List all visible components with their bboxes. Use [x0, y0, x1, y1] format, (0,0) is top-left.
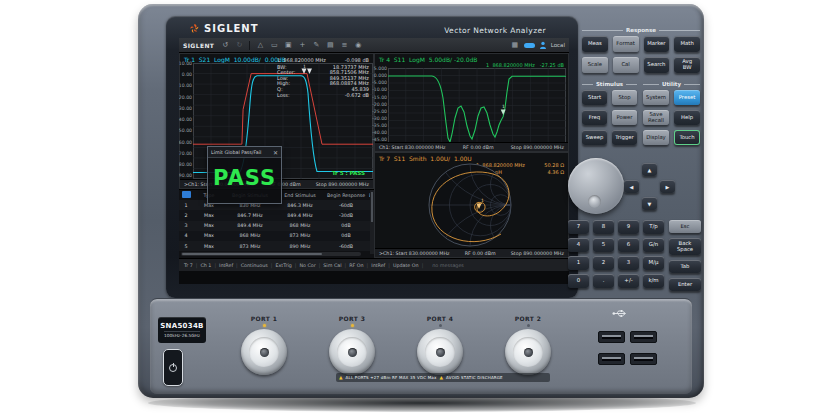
port-2-connector[interactable]	[505, 329, 551, 375]
table-sort-button[interactable]	[182, 191, 191, 198]
help-button[interactable]: Help	[674, 110, 700, 125]
format-button[interactable]: Format	[613, 36, 639, 52]
table-row[interactable]: 2 Max 846.7 MHz 849.4 MHz -30dB	[179, 210, 374, 220]
touch-status-icon	[539, 41, 547, 49]
usb-port-3[interactable]	[598, 353, 625, 365]
local-label[interactable]: Local	[551, 42, 565, 48]
bandwidth-readout-row: Loss: -0.672 dB	[277, 93, 369, 99]
menu-grid-icon[interactable]: ▦	[510, 41, 520, 50]
stimulus-keys: Start Stop Freq Power Sweep Trigger	[582, 90, 637, 145]
annotate-icon[interactable]: ✎	[311, 41, 321, 50]
numpad-key[interactable]: 7	[568, 220, 589, 234]
entry-keys: Esc Back Space Tab Enter	[669, 220, 701, 291]
esd-warning-icon: ▲	[440, 376, 444, 380]
trigger-button[interactable]: Trigger	[612, 130, 637, 145]
tab-key[interactable]: Tab	[669, 260, 701, 273]
table-row[interactable]: 4 Max 868 MHz 873 MHz 0dB	[179, 231, 374, 241]
y-axis-label: -70.00	[179, 152, 192, 157]
sweep-button[interactable]: Sweep	[582, 130, 607, 145]
port-1-connector[interactable]	[241, 329, 287, 375]
esc-key[interactable]: Esc	[669, 220, 701, 233]
close-icon[interactable]: ✕	[273, 149, 278, 156]
numpad-key[interactable]: 5	[593, 238, 614, 252]
numpad-key[interactable]: 8	[593, 220, 614, 234]
limit-pass-flag: Tr 5 : PASS	[332, 170, 365, 176]
y-axis-label: -15.00	[372, 96, 387, 101]
horizontal-scrollbar[interactable]	[181, 252, 361, 256]
table-row[interactable]: 3 Max 849.4 MHz 868 MHz 0dB	[179, 221, 374, 231]
smith-chart-panel[interactable]: Tr 7 S11 Smith 1.00U/ 1.00U 1 868.820000…	[374, 152, 569, 258]
power-button[interactable]: Power	[612, 110, 637, 125]
port-4-label: PORT 4	[427, 315, 454, 322]
port-4-connector[interactable]	[417, 329, 463, 375]
screenshot-icon[interactable]: ◉	[353, 41, 363, 50]
s11-graph-panel[interactable]: Tr 4 S11 LogM 5.00dB/ -20.0dB 1 868.8200…	[374, 53, 569, 152]
keypad-panel: Response Meas Format Marker Math Scale C…	[566, 24, 702, 316]
undo-icon[interactable]: ↺	[220, 41, 230, 50]
numpad-key[interactable]: 6	[618, 238, 639, 252]
avg-bw-button[interactable]: Avg BW	[674, 57, 700, 73]
preset-button[interactable]: Preset	[674, 90, 700, 105]
numpad-key[interactable]: 4	[568, 238, 589, 252]
redo-icon[interactable]: ↻	[234, 41, 244, 50]
status-item: Ch 1	[200, 263, 219, 268]
y-axis-label: -40.00	[179, 118, 192, 123]
s21-y-axis: 10.000.00-10.00-20.00-30.00-40.00-50.00-…	[180, 62, 192, 179]
arrow-right-key[interactable]: ▶	[660, 180, 675, 193]
save-icon[interactable]: ▤	[325, 41, 335, 50]
arrow-down-key[interactable]: ▼	[642, 197, 657, 210]
system-button[interactable]: System	[643, 90, 669, 105]
window-icon[interactable]: ▭	[269, 41, 279, 50]
numpad-key[interactable]: T/p	[643, 220, 664, 234]
rotary-knob[interactable]	[568, 158, 624, 214]
numpad-key[interactable]: 0	[568, 274, 589, 288]
display-icon[interactable]: ▣	[283, 41, 293, 50]
response-keys: Meas Format Marker Math Scale Cal Search…	[582, 36, 700, 73]
math-button[interactable]: Math	[674, 36, 700, 52]
smith-chart: 1	[405, 162, 535, 250]
touch-button[interactable]: Touch	[674, 130, 700, 145]
numpad-key[interactable]: k/m	[643, 274, 664, 288]
numpad-key[interactable]: .	[593, 274, 614, 288]
freq-button[interactable]: Freq	[582, 110, 607, 125]
meas-button[interactable]: Meas	[582, 36, 608, 52]
numpad-key[interactable]: 3	[618, 256, 639, 270]
numpad-key[interactable]: 9	[618, 220, 639, 234]
port-3-connector[interactable]	[329, 329, 375, 375]
usb-port-2[interactable]	[630, 331, 657, 343]
enter-key[interactable]: Enter	[669, 278, 701, 291]
display-button[interactable]: Display	[643, 130, 669, 145]
print-icon[interactable]: ≡	[339, 41, 349, 50]
limit-pass-dialog[interactable]: Limit Global Pass/Fail ✕ PASS	[207, 146, 282, 204]
status-item: Tr 7	[184, 263, 200, 268]
scale-button[interactable]: Scale	[582, 57, 608, 73]
arrow-up-key[interactable]: ▲	[642, 163, 657, 176]
y-axis-label: -80.00	[179, 163, 192, 168]
arrow-left-key[interactable]: ◀	[624, 180, 639, 193]
vna-device: SIGLENT Vector Network Analyzer SIGLENT …	[138, 4, 704, 398]
power-button[interactable]	[163, 349, 183, 386]
start-button[interactable]: Start	[582, 90, 607, 105]
pass-dialog-title: Limit Global Pass/Fail	[211, 150, 261, 155]
search-button[interactable]: Search	[644, 57, 670, 73]
usb-icon	[612, 309, 628, 318]
cursor-icon[interactable]: +	[297, 41, 307, 50]
numpad-key[interactable]: +/-	[618, 274, 639, 288]
s21-trace-header: Tr 1 S21 LogM 10.00dB/ 0.00dB	[184, 56, 286, 63]
marker-button[interactable]: Marker	[644, 36, 670, 52]
screen[interactable]: SIGLENT ↺ ↻ △ ▭ ▣ + ✎ ▤ ≡ ◉ ▦	[179, 38, 569, 284]
limit-icon[interactable]: △	[255, 41, 265, 50]
numpad-key[interactable]: 2	[593, 256, 614, 270]
cal-button[interactable]: Cal	[613, 57, 639, 73]
port-1-block: PORT 1	[234, 315, 294, 375]
usb-port-1[interactable]	[598, 331, 625, 343]
usb-port-4[interactable]	[630, 353, 657, 365]
table-row[interactable]: 5 Max 873 MHz 890 MHz -60dB	[179, 241, 374, 251]
status-item: RF On	[349, 263, 371, 268]
save-recall-button[interactable]: Save Recall	[643, 110, 669, 125]
backspace-key[interactable]: Back Space	[669, 238, 701, 255]
numpad-key[interactable]: 1	[568, 256, 589, 270]
stop-button[interactable]: Stop	[612, 90, 637, 105]
numpad-key[interactable]: G/n	[643, 238, 664, 252]
numpad-key[interactable]: M/µ	[643, 256, 664, 270]
